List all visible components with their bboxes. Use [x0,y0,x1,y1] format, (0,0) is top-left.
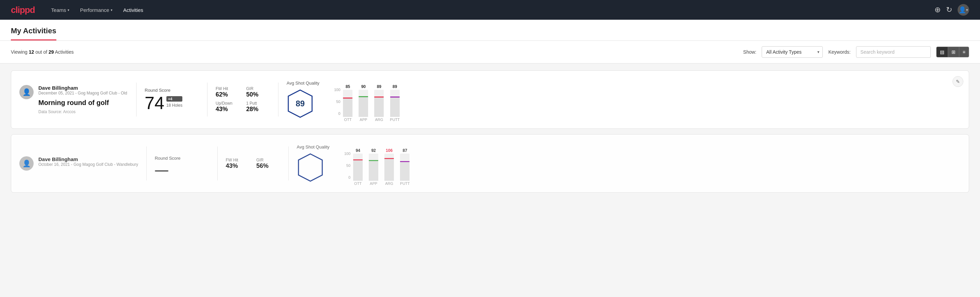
bar-group-putt: 87 PUTT [400,148,410,185]
nav-item-activities[interactable]: Activities [123,1,143,19]
activity-type-select[interactable]: All Activity Types Round Practice Lesson [762,46,823,58]
user-avatar[interactable]: 👤 ▾ [958,4,969,16]
nav-label-teams: Teams [51,7,66,13]
compact-view-icon: ▤ [940,49,944,55]
round-score-label: Round Score [145,88,199,93]
y-label: 100 [334,88,340,92]
card-divider [217,147,218,180]
search-input[interactable] [856,46,931,58]
nav-item-teams[interactable]: Teams ▾ [51,1,69,19]
card-left-section: 👤 Dave Billingham October 16, 2021 - Gog… [19,156,138,171]
score-placeholder [155,170,169,172]
bar-fill [359,97,368,117]
bar-marker [353,160,363,160]
bar-marker [400,161,409,162]
viewing-text: Viewing 12 out of 29 Activities [11,49,738,55]
hexagon-svg [297,152,324,183]
user-icon: 👤 [959,6,966,14]
y-label: 50 [344,163,350,168]
hex-score: 89 [296,99,305,109]
score-main: 74 +4 18 Holes [145,94,199,112]
bar-group-app: 92 APP [369,148,378,185]
bar-fill [369,161,378,181]
bar-label: ARG [385,182,393,185]
bar-container [369,153,378,181]
user-dropdown-icon: ▾ [966,8,968,12]
quality-label: Avg Shot Quality [286,81,320,86]
view-compact-button[interactable]: ▤ [937,47,948,57]
show-label: Show: [743,49,757,55]
refresh-button[interactable]: ↻ [946,5,952,14]
bar-value: 106 [386,148,393,153]
view-grid-button[interactable]: ⊞ [948,47,959,57]
y-label: 0 [334,112,340,115]
hexagon-display [297,152,324,183]
stat-label: Up/Down [216,101,239,106]
page-header: My Activities [0,20,980,41]
view-list-button[interactable]: ≡ [959,47,969,57]
app-logo: clippd [11,5,35,15]
card-left-section: 👤 Dave Billingham December 05, 2021 - Go… [19,85,128,114]
bar-fill [374,97,384,117]
stat-fw-hit: FW Hit 43% [226,158,250,169]
bar-container [374,90,384,117]
bar-marker [359,96,368,97]
bar-group-arg: 89 ARG [374,84,384,121]
y-label: 0 [344,176,350,179]
bar-container [390,90,400,117]
bar-fill [384,159,394,181]
bar-label: OTT [344,118,352,121]
card-divider [278,83,278,117]
shot-quality-chart: 100 50 0 94 OTT 92 [337,141,961,185]
card-date: October 16, 2021 - Gog Magog Golf Club -… [38,162,138,167]
bar-marker [390,96,400,97]
stat-gir: GIR 56% [256,158,280,169]
bar-group-putt: 89 PUTT [390,84,400,121]
shot-quality-chart: 100 50 0 85 OTT [327,77,961,121]
bar-marker [384,158,394,159]
bar-container [359,90,368,117]
y-label: 100 [344,152,350,156]
nav-item-performance[interactable]: Performance ▾ [80,1,112,19]
card-edit-button[interactable]: ✎ [953,76,963,87]
activity-card: 👤 Dave Billingham December 05, 2021 - Go… [11,70,969,129]
stat-label: FW Hit [226,158,250,163]
card-stats-section: FW Hit 62% GIR 50% Up/Down 43% 1 Putt 28… [216,86,270,113]
bar-label: PUTT [390,118,400,121]
avatar-icon: 👤 [22,88,31,96]
nav-label-activities: Activities [123,7,143,13]
bar-label: APP [370,182,377,185]
stat-label: GIR [256,158,280,163]
player-name: Dave Billingham [38,85,127,91]
stat-up-down: Up/Down 43% [216,101,239,113]
avatar: 👤 [19,85,33,99]
stat-gir: GIR 50% [246,86,270,98]
viewing-count: 12 [29,49,34,55]
stats-grid: FW Hit 62% GIR 50% Up/Down 43% 1 Putt 28… [216,86,270,113]
bar-container [343,90,353,117]
bar-group-ott: 85 OTT [343,84,353,121]
bar-value: 85 [346,84,350,89]
hexagon-display: 89 [286,88,314,119]
nav-label-performance: Performance [80,7,109,13]
card-activity-title: Morning round of golf [38,99,127,107]
bar-value: 92 [371,148,375,153]
activity-cards-container: 👤 Dave Billingham December 05, 2021 - Go… [0,64,980,200]
card-divider [146,147,147,180]
card-divider [207,83,207,117]
bar-value: 87 [403,148,407,153]
bar-fill [390,97,400,117]
stat-value: 43% [226,163,250,169]
nav-icons: ⊕ ↻ 👤 ▾ [934,4,969,16]
bar-container [400,153,409,181]
add-button[interactable]: ⊕ [934,5,940,14]
round-score-label: Round Score [155,156,209,161]
bar-container [353,153,363,181]
player-name: Dave Billingham [38,156,138,162]
activity-card: 👤 Dave Billingham October 16, 2021 - Gog… [11,134,969,193]
stat-label: GIR [246,86,270,91]
avatar: 👤 [19,156,33,171]
stat-value: 43% [216,106,239,113]
bar-marker [374,96,384,97]
filter-bar: Viewing 12 out of 29 Activities Show: Al… [0,41,980,64]
